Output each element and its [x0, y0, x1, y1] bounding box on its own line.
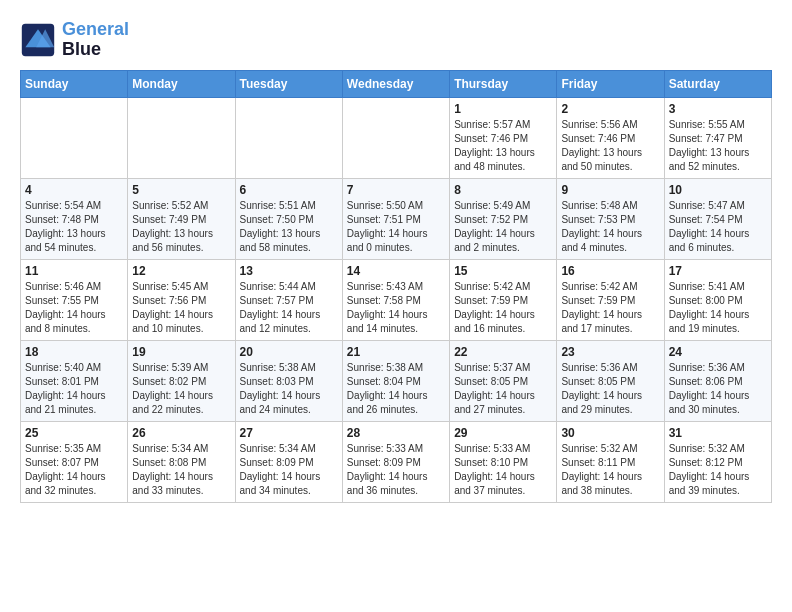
weekday-header-row: SundayMondayTuesdayWednesdayThursdayFrid… [21, 70, 772, 97]
calendar-cell [342, 97, 449, 178]
weekday-header-friday: Friday [557, 70, 664, 97]
logo-icon [20, 22, 56, 58]
calendar-cell: 15 Sunrise: 5:42 AM Sunset: 7:59 PM Dayl… [450, 259, 557, 340]
calendar-cell: 11 Sunrise: 5:46 AM Sunset: 7:55 PM Dayl… [21, 259, 128, 340]
calendar-cell: 5 Sunrise: 5:52 AM Sunset: 7:49 PM Dayli… [128, 178, 235, 259]
calendar-cell: 19 Sunrise: 5:39 AM Sunset: 8:02 PM Dayl… [128, 340, 235, 421]
logo-text: General Blue [62, 20, 129, 60]
weekday-header-sunday: Sunday [21, 70, 128, 97]
day-number: 11 [25, 264, 123, 278]
calendar-cell: 26 Sunrise: 5:34 AM Sunset: 8:08 PM Dayl… [128, 421, 235, 502]
day-info: Sunrise: 5:33 AM Sunset: 8:09 PM Dayligh… [347, 442, 445, 498]
day-number: 31 [669, 426, 767, 440]
day-number: 3 [669, 102, 767, 116]
day-number: 28 [347, 426, 445, 440]
day-number: 14 [347, 264, 445, 278]
day-info: Sunrise: 5:38 AM Sunset: 8:04 PM Dayligh… [347, 361, 445, 417]
day-number: 19 [132, 345, 230, 359]
day-info: Sunrise: 5:42 AM Sunset: 7:59 PM Dayligh… [561, 280, 659, 336]
calendar-cell: 14 Sunrise: 5:43 AM Sunset: 7:58 PM Dayl… [342, 259, 449, 340]
calendar-cell: 17 Sunrise: 5:41 AM Sunset: 8:00 PM Dayl… [664, 259, 771, 340]
page-header: General Blue [20, 20, 772, 60]
day-info: Sunrise: 5:48 AM Sunset: 7:53 PM Dayligh… [561, 199, 659, 255]
day-number: 21 [347, 345, 445, 359]
day-number: 6 [240, 183, 338, 197]
calendar-cell: 24 Sunrise: 5:36 AM Sunset: 8:06 PM Dayl… [664, 340, 771, 421]
calendar-cell: 12 Sunrise: 5:45 AM Sunset: 7:56 PM Dayl… [128, 259, 235, 340]
day-info: Sunrise: 5:35 AM Sunset: 8:07 PM Dayligh… [25, 442, 123, 498]
day-info: Sunrise: 5:37 AM Sunset: 8:05 PM Dayligh… [454, 361, 552, 417]
day-info: Sunrise: 5:45 AM Sunset: 7:56 PM Dayligh… [132, 280, 230, 336]
day-number: 12 [132, 264, 230, 278]
calendar-cell: 22 Sunrise: 5:37 AM Sunset: 8:05 PM Dayl… [450, 340, 557, 421]
calendar-cell [235, 97, 342, 178]
calendar-cell: 6 Sunrise: 5:51 AM Sunset: 7:50 PM Dayli… [235, 178, 342, 259]
day-number: 2 [561, 102, 659, 116]
calendar-cell: 8 Sunrise: 5:49 AM Sunset: 7:52 PM Dayli… [450, 178, 557, 259]
day-number: 23 [561, 345, 659, 359]
day-info: Sunrise: 5:39 AM Sunset: 8:02 PM Dayligh… [132, 361, 230, 417]
calendar-week-1: 1 Sunrise: 5:57 AM Sunset: 7:46 PM Dayli… [21, 97, 772, 178]
day-info: Sunrise: 5:44 AM Sunset: 7:57 PM Dayligh… [240, 280, 338, 336]
day-info: Sunrise: 5:49 AM Sunset: 7:52 PM Dayligh… [454, 199, 552, 255]
day-info: Sunrise: 5:33 AM Sunset: 8:10 PM Dayligh… [454, 442, 552, 498]
logo: General Blue [20, 20, 129, 60]
calendar-cell: 27 Sunrise: 5:34 AM Sunset: 8:09 PM Dayl… [235, 421, 342, 502]
calendar-cell [21, 97, 128, 178]
day-number: 10 [669, 183, 767, 197]
day-number: 16 [561, 264, 659, 278]
calendar-cell: 10 Sunrise: 5:47 AM Sunset: 7:54 PM Dayl… [664, 178, 771, 259]
day-number: 25 [25, 426, 123, 440]
calendar-cell: 7 Sunrise: 5:50 AM Sunset: 7:51 PM Dayli… [342, 178, 449, 259]
calendar-cell: 18 Sunrise: 5:40 AM Sunset: 8:01 PM Dayl… [21, 340, 128, 421]
day-number: 9 [561, 183, 659, 197]
day-info: Sunrise: 5:38 AM Sunset: 8:03 PM Dayligh… [240, 361, 338, 417]
calendar-cell: 16 Sunrise: 5:42 AM Sunset: 7:59 PM Dayl… [557, 259, 664, 340]
day-info: Sunrise: 5:41 AM Sunset: 8:00 PM Dayligh… [669, 280, 767, 336]
calendar-week-4: 18 Sunrise: 5:40 AM Sunset: 8:01 PM Dayl… [21, 340, 772, 421]
weekday-header-monday: Monday [128, 70, 235, 97]
calendar-week-2: 4 Sunrise: 5:54 AM Sunset: 7:48 PM Dayli… [21, 178, 772, 259]
calendar-cell: 2 Sunrise: 5:56 AM Sunset: 7:46 PM Dayli… [557, 97, 664, 178]
day-number: 24 [669, 345, 767, 359]
day-number: 18 [25, 345, 123, 359]
calendar-week-3: 11 Sunrise: 5:46 AM Sunset: 7:55 PM Dayl… [21, 259, 772, 340]
calendar-cell: 30 Sunrise: 5:32 AM Sunset: 8:11 PM Dayl… [557, 421, 664, 502]
day-info: Sunrise: 5:52 AM Sunset: 7:49 PM Dayligh… [132, 199, 230, 255]
day-number: 8 [454, 183, 552, 197]
weekday-header-wednesday: Wednesday [342, 70, 449, 97]
day-number: 5 [132, 183, 230, 197]
day-info: Sunrise: 5:32 AM Sunset: 8:11 PM Dayligh… [561, 442, 659, 498]
day-info: Sunrise: 5:54 AM Sunset: 7:48 PM Dayligh… [25, 199, 123, 255]
calendar-cell: 20 Sunrise: 5:38 AM Sunset: 8:03 PM Dayl… [235, 340, 342, 421]
weekday-header-thursday: Thursday [450, 70, 557, 97]
weekday-header-tuesday: Tuesday [235, 70, 342, 97]
calendar-cell: 13 Sunrise: 5:44 AM Sunset: 7:57 PM Dayl… [235, 259, 342, 340]
calendar-body: 1 Sunrise: 5:57 AM Sunset: 7:46 PM Dayli… [21, 97, 772, 502]
day-number: 20 [240, 345, 338, 359]
day-number: 27 [240, 426, 338, 440]
calendar-cell: 31 Sunrise: 5:32 AM Sunset: 8:12 PM Dayl… [664, 421, 771, 502]
calendar-cell: 29 Sunrise: 5:33 AM Sunset: 8:10 PM Dayl… [450, 421, 557, 502]
day-info: Sunrise: 5:42 AM Sunset: 7:59 PM Dayligh… [454, 280, 552, 336]
day-number: 4 [25, 183, 123, 197]
day-number: 7 [347, 183, 445, 197]
day-number: 29 [454, 426, 552, 440]
calendar-cell: 1 Sunrise: 5:57 AM Sunset: 7:46 PM Dayli… [450, 97, 557, 178]
day-info: Sunrise: 5:36 AM Sunset: 8:05 PM Dayligh… [561, 361, 659, 417]
weekday-header-saturday: Saturday [664, 70, 771, 97]
calendar-cell [128, 97, 235, 178]
day-number: 17 [669, 264, 767, 278]
day-number: 30 [561, 426, 659, 440]
day-info: Sunrise: 5:32 AM Sunset: 8:12 PM Dayligh… [669, 442, 767, 498]
day-number: 22 [454, 345, 552, 359]
day-number: 13 [240, 264, 338, 278]
day-info: Sunrise: 5:50 AM Sunset: 7:51 PM Dayligh… [347, 199, 445, 255]
calendar-cell: 9 Sunrise: 5:48 AM Sunset: 7:53 PM Dayli… [557, 178, 664, 259]
day-info: Sunrise: 5:46 AM Sunset: 7:55 PM Dayligh… [25, 280, 123, 336]
calendar-table: SundayMondayTuesdayWednesdayThursdayFrid… [20, 70, 772, 503]
day-info: Sunrise: 5:51 AM Sunset: 7:50 PM Dayligh… [240, 199, 338, 255]
calendar-cell: 4 Sunrise: 5:54 AM Sunset: 7:48 PM Dayli… [21, 178, 128, 259]
day-info: Sunrise: 5:36 AM Sunset: 8:06 PM Dayligh… [669, 361, 767, 417]
calendar-week-5: 25 Sunrise: 5:35 AM Sunset: 8:07 PM Dayl… [21, 421, 772, 502]
